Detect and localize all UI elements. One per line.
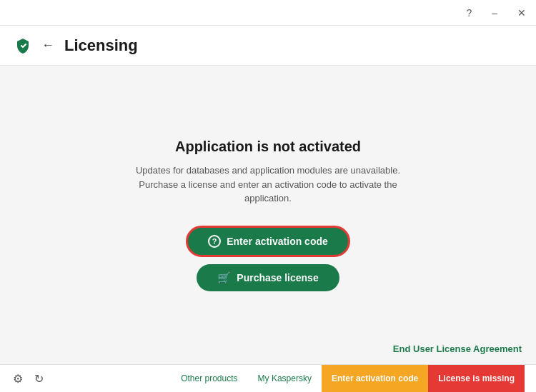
status-title: Application is not activated: [175, 139, 361, 155]
action-buttons: ? Enter activation code 🛒 Purchase licen…: [186, 226, 350, 291]
purchase-license-button[interactable]: 🛒 Purchase license: [197, 264, 339, 291]
other-products-link[interactable]: Other products: [171, 373, 247, 383]
purchase-button-label: Purchase license: [237, 272, 318, 283]
page-title: Licensing: [64, 36, 138, 55]
enter-activation-code-button[interactable]: ? Enter activation code: [186, 226, 350, 257]
kaspersky-logo-icon: [14, 37, 31, 54]
status-description: Updates for databases and application mo…: [132, 164, 404, 206]
cart-icon: 🛒: [217, 271, 231, 284]
title-bar: ? – ✕: [0, 0, 536, 26]
header: ← Licensing: [0, 26, 536, 66]
bottom-links: Other products My Kaspersky Enter activa…: [171, 365, 525, 393]
my-kaspersky-link[interactable]: My Kaspersky: [248, 373, 322, 383]
license-missing-tab[interactable]: License is missing: [428, 365, 525, 393]
update-icon-button[interactable]: ↻: [33, 371, 45, 387]
close-button[interactable]: ✕: [513, 6, 530, 20]
enter-activation-tab[interactable]: Enter activation code: [322, 365, 428, 393]
eula-link[interactable]: End User License Agreement: [393, 343, 522, 354]
back-button[interactable]: ←: [41, 38, 54, 53]
activation-button-label: Enter activation code: [227, 236, 328, 247]
title-bar-controls: ? – ✕: [462, 6, 530, 20]
minimize-button[interactable]: –: [487, 6, 502, 20]
main-content: Application is not activated Updates for…: [0, 66, 536, 364]
activation-icon: ?: [208, 235, 221, 248]
bottom-icons: ⚙ ↻: [11, 371, 45, 387]
help-button[interactable]: ?: [462, 6, 476, 20]
settings-icon-button[interactable]: ⚙: [11, 371, 24, 387]
bottom-bar: ⚙ ↻ Other products My Kaspersky Enter ac…: [0, 364, 536, 392]
